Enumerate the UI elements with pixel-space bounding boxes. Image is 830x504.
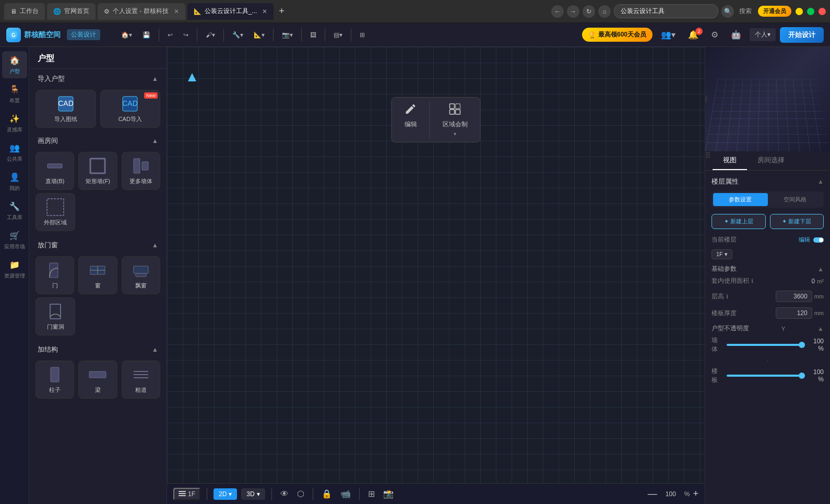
window-item[interactable]: 窗 bbox=[78, 256, 117, 294]
sidebar-item-gongjuku[interactable]: 🔧 工具库 bbox=[2, 197, 27, 224]
view-3d-btn[interactable]: 3D ▾ bbox=[241, 488, 265, 500]
maximize-button[interactable] bbox=[807, 8, 814, 15]
door-item[interactable]: 门 bbox=[35, 256, 74, 294]
view-tab-view[interactable]: 视图 bbox=[713, 151, 747, 170]
door-window-section-toggle[interactable]: ▲ bbox=[152, 242, 158, 249]
undo-btn[interactable]: ↩ bbox=[163, 29, 177, 41]
user-menu-btn[interactable]: 个人▾ bbox=[750, 28, 776, 41]
transform-btn[interactable]: ⬡ bbox=[295, 487, 306, 501]
view-2d-btn[interactable]: 2D ▾ bbox=[214, 488, 237, 500]
import-section-toggle[interactable]: ▲ bbox=[152, 75, 158, 82]
floor-height-info[interactable]: ℹ bbox=[726, 293, 728, 300]
grid-btn[interactable]: ⊞ bbox=[355, 29, 369, 41]
bell-icon-btn[interactable]: 🔔 2 bbox=[684, 28, 703, 42]
brush-btn[interactable]: 🖌▾ bbox=[201, 29, 219, 41]
tool-separator-2 bbox=[197, 29, 197, 41]
home-tool-btn[interactable]: 🏠▾ bbox=[117, 29, 136, 41]
back-button[interactable]: ← bbox=[551, 5, 564, 18]
browser-actions: 开通会员 bbox=[758, 6, 826, 17]
tab-settings[interactable]: ⚙ 个人设置 - 群核科技 ✕ bbox=[98, 3, 185, 20]
fit-screen-btn[interactable]: ⊞ bbox=[366, 487, 377, 501]
measure-btn[interactable]: 📐▾ bbox=[250, 29, 269, 41]
outer-area-item[interactable]: 外部区域 bbox=[35, 193, 75, 231]
pillar-item[interactable]: 柱子 bbox=[35, 361, 74, 399]
linggancku-icon: ✨ bbox=[9, 113, 20, 124]
door-window-hole-item[interactable]: 门窗洞 bbox=[35, 297, 75, 335]
sidebar-item-wode[interactable]: 👤 我的 bbox=[2, 168, 27, 195]
sidebar-item-ziyuan[interactable]: 📁 资源管理 bbox=[2, 256, 27, 283]
lock-btn[interactable]: 🔒 bbox=[319, 487, 334, 501]
scene-btn[interactable]: 📹 bbox=[338, 487, 353, 501]
svg-rect-28 bbox=[179, 493, 186, 494]
robot-icon-btn[interactable]: 🤖 bbox=[727, 28, 745, 42]
minimize-button[interactable] bbox=[796, 8, 803, 15]
refresh-button[interactable]: ↻ bbox=[583, 5, 595, 18]
param-tab-params[interactable]: 参数设置 bbox=[713, 193, 768, 206]
save-tool-btn[interactable]: 💾 bbox=[138, 29, 155, 41]
svg-text:CAD: CAD bbox=[58, 99, 74, 107]
draw-room-section-toggle[interactable]: ▲ bbox=[152, 137, 158, 145]
tab-workbench[interactable]: 🖥 工作台 bbox=[4, 3, 45, 20]
url-bar[interactable]: 公装云设计工具 bbox=[614, 4, 718, 18]
vip-button[interactable]: 🏆 最高领600天会员 bbox=[582, 28, 653, 42]
redo-btn[interactable]: ↪ bbox=[179, 29, 193, 41]
floor-edit-link[interactable]: 编辑 bbox=[799, 236, 810, 244]
sidebar-item-linggancku[interactable]: ✨ 灵感库 bbox=[2, 110, 27, 137]
import-image-item[interactable]: CAD 导入图纸 bbox=[35, 90, 96, 128]
straight-wall-item[interactable]: 直墙(B) bbox=[35, 152, 74, 190]
screenshot-btn[interactable]: 📸 bbox=[381, 487, 396, 501]
zoom-in-btn[interactable]: + bbox=[693, 488, 698, 499]
suite-area-info[interactable]: ℹ bbox=[751, 278, 753, 284]
close-button[interactable] bbox=[819, 8, 826, 15]
param-tab-style[interactable]: 空间风格 bbox=[768, 193, 823, 206]
cad-import-item[interactable]: New CAD CAD导入 bbox=[100, 90, 161, 128]
view-tab-room[interactable]: 房间选择 bbox=[747, 151, 795, 170]
layers-btn[interactable]: ▤▾ bbox=[329, 29, 347, 41]
new-upper-btn[interactable]: ✦ 新建上层 bbox=[712, 214, 766, 229]
tab-close-design[interactable]: ✕ bbox=[262, 8, 267, 15]
add-tab-button[interactable]: + bbox=[276, 6, 288, 17]
sidebar-item-yingyong[interactable]: 🛒 应用市场 bbox=[2, 226, 27, 254]
new-lower-btn[interactable]: ✦ 新建下层 bbox=[770, 214, 824, 229]
structure-section-toggle[interactable]: ▲ bbox=[152, 346, 158, 353]
door-window-section-label: 放门窗 bbox=[38, 241, 58, 250]
image-btn[interactable]: 🖼 bbox=[306, 29, 321, 41]
more-wall-item[interactable]: 更多墙体 bbox=[122, 152, 160, 190]
forward-button[interactable]: → bbox=[567, 5, 579, 18]
sidebar-item-buzhi[interactable]: 🪑 布置 bbox=[2, 80, 27, 107]
bottom-sep-2 bbox=[271, 488, 272, 500]
floor-slider[interactable] bbox=[727, 375, 805, 377]
zoom-out-btn[interactable]: — bbox=[648, 488, 657, 499]
slab-thickness-input[interactable] bbox=[776, 307, 812, 319]
tab-homepage[interactable]: 🌐 官网首页 bbox=[47, 3, 96, 20]
vip-promo-btn[interactable]: 开通会员 bbox=[758, 6, 791, 17]
beam-item[interactable]: 梁 bbox=[78, 361, 117, 399]
home-button[interactable]: ⌂ bbox=[598, 5, 611, 18]
stair-item[interactable]: 粗道 bbox=[122, 361, 160, 399]
tab-design[interactable]: 📐 公装云设计工具_... ✕ bbox=[187, 3, 274, 20]
sidebar-item-gonggongku[interactable]: 👥 公共库 bbox=[2, 139, 27, 166]
opacity-toggle[interactable]: ▲ bbox=[817, 325, 824, 332]
rect-wall-item[interactable]: 矩形墙(F) bbox=[78, 152, 117, 190]
sidebar-item-huxing[interactable]: 🏠 户型 bbox=[2, 51, 27, 78]
users-icon-btn[interactable]: 👥▾ bbox=[657, 28, 680, 42]
floor-height-input[interactable] bbox=[776, 291, 812, 302]
settings-icon-btn[interactable]: ⚙ bbox=[707, 28, 722, 42]
search-button[interactable]: 🔍 bbox=[721, 5, 734, 18]
region-draw-btn[interactable]: 区域会制 ▾ bbox=[430, 98, 480, 142]
panel-expand-btn[interactable]: ▲ bbox=[817, 178, 824, 185]
camera-btn[interactable]: 📷▾ bbox=[278, 29, 297, 41]
wrench-btn[interactable]: 🔧▾ bbox=[228, 29, 247, 41]
floor-toggle[interactable] bbox=[813, 237, 824, 243]
edit-mode-btn[interactable]: 编辑 bbox=[392, 98, 430, 142]
show-hide-btn[interactable]: 👁 bbox=[278, 487, 291, 501]
tab-label: 个人设置 - 群核科技 bbox=[113, 7, 169, 16]
basic-params-toggle[interactable]: ▲ bbox=[817, 266, 824, 273]
start-design-button[interactable]: 开始设计 bbox=[780, 27, 824, 43]
bay-window-item[interactable]: 飘窗 bbox=[122, 256, 160, 294]
tab-close-settings[interactable]: ✕ bbox=[174, 8, 179, 15]
floor-layers-btn[interactable]: 1F bbox=[173, 488, 200, 500]
canvas-area[interactable]: 编辑 区域会制 ▾ 1F 2D ▾ 3D bbox=[167, 47, 705, 504]
panel-collapse-arrow[interactable]: ◀ bbox=[705, 95, 707, 103]
wall-slider[interactable] bbox=[727, 344, 805, 346]
